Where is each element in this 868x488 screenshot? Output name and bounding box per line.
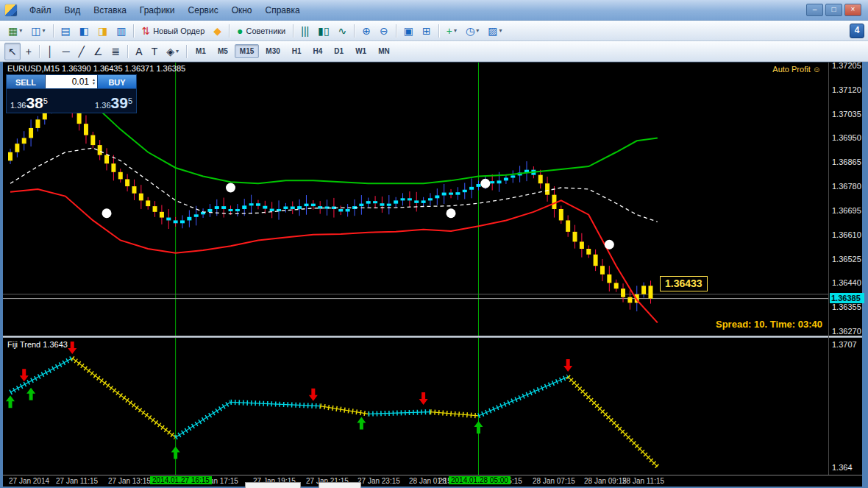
chart-bars-icon: ||| xyxy=(301,26,309,36)
horizontal-line-button[interactable]: ─ xyxy=(59,43,74,60)
price-scale-label: 1.36525 xyxy=(832,255,861,264)
cursor-icon: ↖ xyxy=(8,46,17,57)
menu-Окно[interactable]: Окно xyxy=(225,4,259,17)
toolbar-separator xyxy=(438,24,439,38)
vertical-line-icon: │ xyxy=(47,46,54,57)
navigator-button[interactable]: ◨ xyxy=(94,22,111,40)
data-window-button[interactable]: ◧ xyxy=(76,22,93,40)
price-scale-label: 1.36950 xyxy=(832,133,861,142)
fibonacci-icon: ≣ xyxy=(112,46,121,57)
window-controls: – □ × xyxy=(806,4,868,16)
crosshair-button[interactable]: + xyxy=(22,43,35,60)
volume-stepper[interactable]: ▲▼ xyxy=(90,78,97,85)
arrows-icon: ◈ xyxy=(166,46,174,57)
toolbar-separator xyxy=(39,45,40,58)
new-order-button[interactable]: ⇅Новый Ордер xyxy=(138,22,208,40)
chevron-down-icon: ▾ xyxy=(476,27,479,34)
volume-box: ▲▼ xyxy=(46,74,97,89)
time-axis-label: 28 Jan 11:15 xyxy=(622,477,664,485)
price-scale-label: 1.36270 xyxy=(832,327,861,336)
charts-badge[interactable]: 4 xyxy=(850,24,864,38)
chart-candles-button[interactable]: ▮▯ xyxy=(314,22,332,40)
templates-button[interactable]: ▨▾ xyxy=(484,22,505,40)
text-label-icon: T xyxy=(152,46,158,57)
toolbar-separator xyxy=(229,24,230,38)
fiji-trend-panel[interactable]: Fiji Trend 1.3643 xyxy=(3,338,828,475)
metaeditor-icon: ◆ xyxy=(213,26,221,36)
expert-advisors-button[interactable]: ●Советники xyxy=(233,22,289,40)
price-scale-label: 1.37035 xyxy=(832,110,861,119)
periods-button[interactable]: ◷▾ xyxy=(462,22,483,40)
price-scale[interactable]: 1.36385 1.372051.371201.370351.369501.36… xyxy=(828,63,863,486)
vertical-line-button[interactable]: │ xyxy=(43,43,57,60)
data-window-icon: ◧ xyxy=(79,26,89,36)
market-watch-icon: ▤ xyxy=(61,26,71,36)
arrows-button[interactable]: ◈▾ xyxy=(163,43,182,60)
navigator-icon: ◨ xyxy=(98,26,107,36)
crosshair-icon: + xyxy=(26,46,32,57)
price-scale-label: 1.36695 xyxy=(832,206,861,215)
text-button[interactable]: A xyxy=(132,43,146,60)
zoom-in-button[interactable]: ⊕ xyxy=(358,22,374,40)
menu-Графики[interactable]: Графики xyxy=(133,4,182,17)
toolbar-tools-icons: ↖+│─╱∠≣AT◈▾ xyxy=(4,43,190,60)
menu-Сервис[interactable]: Сервис xyxy=(182,4,225,17)
indicators-button[interactable]: +▾ xyxy=(443,22,460,40)
equidistant-channel-button[interactable]: ∠ xyxy=(90,43,107,60)
sell-button[interactable]: SELL xyxy=(6,74,46,89)
menu-Файл[interactable]: Файл xyxy=(23,4,58,17)
volume-input[interactable] xyxy=(46,77,90,87)
session-time-marker: 2014.01.27 16:15 xyxy=(150,476,212,484)
chart-bars-button[interactable]: ||| xyxy=(297,22,313,40)
new-chart-button[interactable]: ▦▾ xyxy=(4,22,26,40)
new-order-icon: ⇅ xyxy=(141,26,150,36)
zoom-out-icon: ⊖ xyxy=(380,26,388,36)
auto-arrange-button[interactable]: ▣ xyxy=(400,22,417,40)
toolbar-separator xyxy=(293,24,294,38)
timeframe-mn-button[interactable]: MN xyxy=(373,44,395,58)
time-axis[interactable]: 27 Jan 201427 Jan 11:1527 Jan 13:1527 Ja… xyxy=(3,475,862,487)
current-price-tag: 1.36385 xyxy=(830,293,864,303)
buy-button[interactable]: BUY xyxy=(97,74,137,89)
timeframe-m15-button[interactable]: M15 xyxy=(235,44,259,58)
menu-Справка[interactable]: Справка xyxy=(259,4,307,17)
timeframe-h1-button[interactable]: H1 xyxy=(287,44,307,58)
trendline-button[interactable]: ╱ xyxy=(75,43,88,60)
metaeditor-button[interactable]: ◆ xyxy=(210,22,225,40)
price-scale-label: 1.36780 xyxy=(832,182,861,191)
timeframe-h4-button[interactable]: H4 xyxy=(308,44,328,58)
minimize-button[interactable]: – xyxy=(806,4,823,16)
bid-big: 38 xyxy=(26,94,43,111)
timeframe-w1-button[interactable]: W1 xyxy=(350,44,371,58)
menu-Вставка[interactable]: Вставка xyxy=(87,4,133,17)
zoom-out-button[interactable]: ⊖ xyxy=(376,22,392,40)
chart-line-button[interactable]: ∿ xyxy=(335,22,351,40)
profiles-button[interactable]: ◫▾ xyxy=(27,22,49,40)
terminal-button[interactable]: ▥ xyxy=(113,22,129,40)
tile-windows-button[interactable]: ⊞ xyxy=(419,22,435,40)
timeframe-m5-button[interactable]: M5 xyxy=(213,44,233,58)
timeframe-m1-button[interactable]: M1 xyxy=(191,44,211,58)
tile-windows-icon: ⊞ xyxy=(422,26,431,36)
fibonacci-button[interactable]: ≣ xyxy=(108,43,124,60)
timeframe-m30-button[interactable]: M30 xyxy=(260,44,285,58)
timeframe-d1-button[interactable]: D1 xyxy=(329,44,349,58)
symbol-ohlc-label: EURUSD,M15 1.36390 1.36435 1.36371 1.363… xyxy=(7,64,185,73)
time-axis-label: 28 Jan 09:15 xyxy=(584,477,627,485)
mt4-window: ФайлВидВставкаГрафикиСервисОкноСправка –… xyxy=(0,0,868,488)
bid-prefix: 1.36 xyxy=(10,101,26,110)
cursor-button[interactable]: ↖ xyxy=(4,43,21,60)
market-watch-button[interactable]: ▤ xyxy=(57,22,74,40)
ask-price: 1.36395 xyxy=(95,96,132,111)
chevron-down-icon: ▾ xyxy=(454,27,457,34)
restore-button[interactable]: □ xyxy=(825,4,842,16)
price-scale-label: 1.36865 xyxy=(832,158,861,166)
ask-big: 39 xyxy=(111,94,128,111)
menu-Вид[interactable]: Вид xyxy=(58,4,88,17)
periods-icon: ◷ xyxy=(466,26,474,36)
spin-down-icon[interactable]: ▼ xyxy=(92,82,96,85)
close-button[interactable]: × xyxy=(844,4,861,16)
text-label-button[interactable]: T xyxy=(148,43,162,60)
horizontal-line-icon: ─ xyxy=(63,46,70,57)
main-chart[interactable]: EURUSD,M15 1.36390 1.36435 1.36371 1.363… xyxy=(3,63,828,336)
